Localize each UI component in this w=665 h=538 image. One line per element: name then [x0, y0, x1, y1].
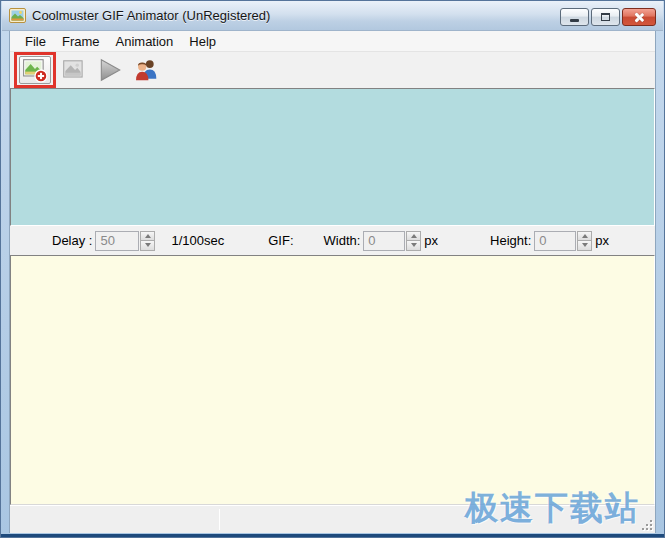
- delay-label: Delay :: [52, 233, 92, 248]
- height-unit-label: px: [595, 233, 609, 248]
- delay-input[interactable]: [95, 231, 139, 251]
- titlebar[interactable]: Coolmuster GIF Animator (UnRegistered): [2, 1, 663, 31]
- delay-spinner: [140, 231, 155, 251]
- statusbar-left-text: [10, 506, 26, 533]
- menu-item-file[interactable]: File: [17, 33, 54, 50]
- app-window: Coolmuster GIF Animator (UnRegistered) F…: [0, 0, 665, 538]
- statusbar-divider: [219, 509, 220, 530]
- play-icon: [97, 57, 123, 83]
- client-area: File Frame Animation Help: [9, 31, 656, 533]
- statusbar: [10, 505, 655, 533]
- arrow-down-icon: [582, 243, 588, 247]
- menubar: File Frame Animation Help: [10, 31, 655, 51]
- width-spin-up-button[interactable]: [406, 231, 421, 242]
- delay-spin-up-button[interactable]: [140, 231, 155, 242]
- menu-item-frame[interactable]: Frame: [54, 33, 108, 50]
- menu-item-animation[interactable]: Animation: [108, 33, 182, 50]
- height-spin-up-button[interactable]: [577, 231, 592, 242]
- width-spinner: [406, 231, 421, 251]
- app-icon: [9, 8, 26, 23]
- arrow-up-icon: [411, 234, 417, 238]
- width-unit-label: px: [424, 233, 438, 248]
- window-title: Coolmuster GIF Animator (UnRegistered): [32, 8, 270, 23]
- resize-grip[interactable]: [641, 519, 653, 531]
- height-label: Height:: [490, 233, 531, 248]
- maximize-icon: [601, 13, 610, 21]
- window-controls: [560, 8, 656, 26]
- statusbar-right-text: [26, 506, 42, 533]
- height-spinner: [577, 231, 592, 251]
- width-input[interactable]: [363, 231, 405, 251]
- add-image-button[interactable]: [19, 56, 51, 84]
- arrow-down-icon: [411, 243, 417, 247]
- arrow-down-icon: [145, 243, 151, 247]
- minimize-icon: [570, 19, 579, 22]
- add-image-button-wrap: [19, 56, 51, 84]
- close-icon: [634, 12, 644, 22]
- width-spin-down-button[interactable]: [406, 241, 421, 251]
- delay-spin-down-button[interactable]: [140, 241, 155, 251]
- preview-panel[interactable]: [10, 255, 655, 505]
- maximize-button[interactable]: [591, 8, 620, 26]
- toolbar: [10, 51, 655, 88]
- arrow-up-icon: [582, 234, 588, 238]
- arrow-up-icon: [145, 234, 151, 238]
- height-input[interactable]: [534, 231, 576, 251]
- close-button[interactable]: [622, 8, 656, 26]
- controls-bar: Delay : 1/100sec GIF: Width: px Height: …: [10, 226, 655, 255]
- add-image-icon: [22, 57, 48, 83]
- width-label: Width:: [324, 233, 361, 248]
- menu-item-help[interactable]: Help: [181, 33, 224, 50]
- height-spin-down-button[interactable]: [577, 241, 592, 251]
- delay-unit-label: 1/100sec: [171, 233, 224, 248]
- gif-label: GIF:: [268, 233, 293, 248]
- image-disabled-icon: [61, 57, 87, 83]
- register-users-icon[interactable]: [133, 57, 159, 83]
- frames-list-panel[interactable]: [10, 88, 655, 226]
- minimize-button[interactable]: [560, 8, 589, 26]
